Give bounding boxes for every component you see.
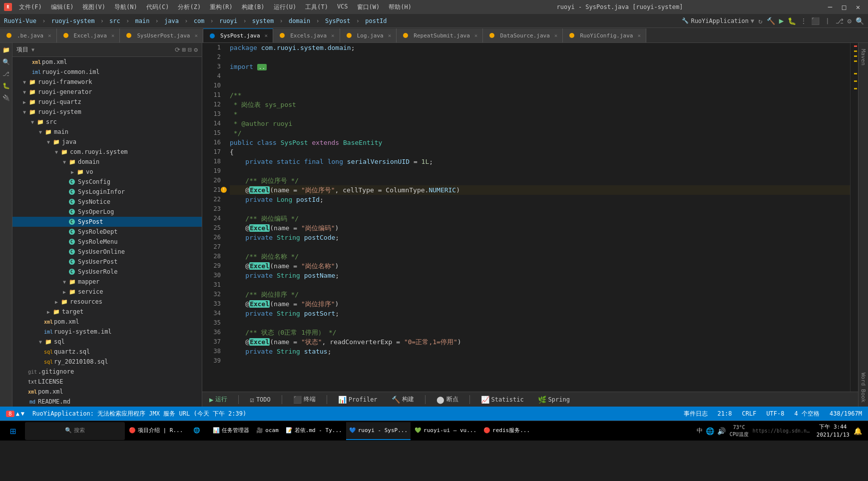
left-icon-4[interactable]: 🐛 bbox=[1, 81, 11, 91]
search-bar[interactable]: 🔍 搜索 bbox=[25, 422, 125, 440]
tree-item-pom-xml[interactable]: xmlpom.xml bbox=[12, 387, 202, 397]
stop-icon[interactable]: ⬛ bbox=[811, 17, 820, 25]
cursor-position[interactable]: 21:8 bbox=[716, 410, 734, 417]
run-icon[interactable]: ▶ bbox=[779, 16, 784, 25]
notification-area[interactable]: https://blog.sdn.net/qq_4... bbox=[753, 428, 813, 434]
menu-item-vcs[interactable]: VCS bbox=[333, 2, 352, 12]
tab-close-button[interactable]: × bbox=[554, 32, 558, 39]
tab-close-button[interactable]: × bbox=[331, 32, 335, 39]
maven-tab[interactable]: Maven bbox=[860, 45, 867, 69]
tree-item-readme-md[interactable]: mdREADME.md bbox=[12, 397, 202, 407]
breadcrumb-item-0[interactable]: RuoYi-Vue bbox=[4, 17, 36, 24]
tab-SysUserPost-java[interactable]: SysUserPost.java× bbox=[120, 28, 203, 42]
tab-close-button[interactable]: × bbox=[111, 32, 115, 39]
tree-item-ruoyi-quartz[interactable]: ▶📁ruoyi-quartz bbox=[12, 97, 202, 107]
tab-close-button[interactable]: × bbox=[637, 32, 641, 39]
run-button[interactable]: ▶ 运行 bbox=[206, 394, 230, 405]
tree-item-quartz-sql[interactable]: sqlquartz.sql bbox=[12, 347, 202, 357]
notification-icon[interactable]: 🔔 bbox=[854, 427, 862, 435]
taskbar-app-0[interactable]: 🔴项目介绍 | R... bbox=[126, 422, 186, 440]
tree-item-syspost[interactable]: CSysPost bbox=[12, 217, 202, 227]
tree-item-main[interactable]: ▼📁main bbox=[12, 127, 202, 137]
word-book-tab[interactable]: Word Book bbox=[860, 369, 867, 407]
tree-item-ruoyi-common-iml[interactable]: imlruoyi-common.iml bbox=[12, 67, 202, 77]
menu-item-构建[interactable]: 构建(B) bbox=[238, 2, 269, 12]
tree-item-mapper[interactable]: ▼📁mapper bbox=[12, 277, 202, 287]
tree-item-syslogininfor[interactable]: CSysLoginInfor bbox=[12, 187, 202, 197]
breadcrumb-item-6[interactable]: ruoyi bbox=[219, 17, 237, 24]
menu-item-重构[interactable]: 重构(R) bbox=[206, 2, 237, 12]
gear-icon[interactable]: ⚙ bbox=[194, 46, 198, 53]
start-button[interactable]: ⊞ bbox=[2, 422, 24, 440]
left-icon-3[interactable]: ⎇ bbox=[1, 69, 11, 79]
taskbar-app-4[interactable]: 📝若依.md - Ty... bbox=[283, 422, 345, 440]
tree-item-sysroledept[interactable]: CSysRoleDept bbox=[12, 227, 202, 237]
breadcrumb-item-8[interactable]: domain bbox=[289, 17, 310, 24]
menu-item-窗口[interactable]: 窗口(W) bbox=[353, 2, 384, 12]
breadcrumb-item-4[interactable]: java bbox=[164, 17, 179, 24]
taskbar-app-6[interactable]: 💚ruoyi-ui – vu... bbox=[412, 422, 479, 440]
build-button[interactable]: 🔨 构建 bbox=[389, 394, 417, 405]
expand-icon[interactable]: ⊞ bbox=[182, 46, 186, 53]
tree-item--gitignore[interactable]: git.gitignore bbox=[12, 367, 202, 377]
breadcrumb-item-5[interactable]: com bbox=[194, 17, 205, 24]
menu-item-分析[interactable]: 分析(Z) bbox=[174, 2, 205, 12]
tree-item-sysconfig[interactable]: CSysConfig bbox=[12, 177, 202, 187]
tab--be.java[interactable]: .be.java× bbox=[0, 28, 57, 42]
tab-SysPost-java[interactable]: SysPost.java× bbox=[203, 28, 273, 42]
tree-item-license[interactable]: txtLICENSE bbox=[12, 377, 202, 387]
menu-item-文件[interactable]: 文件(F) bbox=[15, 2, 46, 12]
collapse-icon[interactable]: ⊟ bbox=[188, 46, 192, 53]
tree-item-pom-xml[interactable]: xmlpom.xml bbox=[12, 317, 202, 327]
event-log[interactable]: 事件日志 bbox=[682, 410, 710, 418]
maximize-button[interactable]: □ bbox=[838, 1, 850, 13]
tree-item-src[interactable]: ▼📁src bbox=[12, 117, 202, 127]
settings-icon[interactable]: ⚙ bbox=[848, 17, 852, 25]
tree-item-ry_20210108-sql[interactable]: sqlry_20210108.sql bbox=[12, 357, 202, 367]
taskbar-app-3[interactable]: 🎥ocam bbox=[253, 422, 282, 440]
tab-Log-java[interactable]: Log.java× bbox=[340, 28, 397, 42]
breadcrumb-item-2[interactable]: src bbox=[109, 17, 120, 24]
tree-item-ruoyi-framework[interactable]: ▼📁ruoyi-framework bbox=[12, 77, 202, 87]
error-count[interactable]: 8 ▲ ▼ bbox=[4, 410, 26, 417]
close-button[interactable]: ✕ bbox=[852, 1, 864, 13]
network-icon[interactable]: 🌐 bbox=[706, 427, 714, 435]
code-content[interactable]: package com.ruoyi.system.domain;import .… bbox=[225, 43, 850, 392]
tree-item-sysuserpost[interactable]: CSysUserPost bbox=[12, 257, 202, 267]
file-encoding[interactable]: UTF-8 bbox=[764, 410, 786, 417]
taskbar-app-2[interactable]: 📊任务管理器 bbox=[210, 422, 252, 440]
menu-item-代码[interactable]: 代码(C) bbox=[142, 2, 173, 12]
menu-item-帮助[interactable]: 帮助(H) bbox=[385, 2, 416, 12]
statistic-button[interactable]: 📈 Statistic bbox=[478, 395, 527, 405]
tab-DataSource-java[interactable]: DataSource.java× bbox=[483, 28, 563, 42]
breadcrumb-item-3[interactable]: main bbox=[135, 17, 149, 24]
line-ending[interactable]: CRLF bbox=[740, 410, 758, 417]
breadcrumb-item-1[interactable]: ruoyi-system bbox=[51, 17, 95, 24]
profiler-button[interactable]: 📊 Profiler bbox=[335, 395, 381, 405]
breakpoints-button[interactable]: ⬤ 断点 bbox=[434, 394, 461, 405]
indent-setting[interactable]: 4 个空格 bbox=[793, 410, 822, 418]
tab-close-button[interactable]: × bbox=[474, 32, 478, 39]
tab-RepeatSubmit-java[interactable]: RepeatSubmit.java× bbox=[397, 28, 483, 42]
tree-item-java[interactable]: ▼📁java bbox=[12, 137, 202, 147]
sync-icon[interactable]: ⟳ bbox=[175, 46, 180, 53]
menu-item-编辑[interactable]: 编辑(E) bbox=[47, 2, 78, 12]
tab-RuoYiConfig-java[interactable]: RuoYiConfig.java× bbox=[563, 28, 646, 42]
tree-item-target[interactable]: ▶📁target bbox=[12, 307, 202, 317]
more-icon[interactable]: ⋮ bbox=[800, 17, 807, 25]
breadcrumb-item-10[interactable]: postId bbox=[365, 17, 387, 24]
tree-item-ruoyi-system[interactable]: ▼📁ruoyi-system bbox=[12, 107, 202, 117]
lang-indicator[interactable]: 中 bbox=[697, 427, 703, 435]
tab-close-button[interactable]: × bbox=[48, 32, 51, 39]
menu-item-视图[interactable]: 视图(V) bbox=[78, 2, 109, 12]
build-icon[interactable]: 🔨 bbox=[767, 17, 775, 25]
left-icon-5[interactable]: 🔌 bbox=[1, 93, 11, 103]
menu-item-工具[interactable]: 工具(T) bbox=[301, 2, 332, 12]
tree-item-sysoperlog[interactable]: CSysOperLog bbox=[12, 207, 202, 217]
git-icon[interactable]: ⎇ bbox=[836, 17, 844, 25]
tree-item-ruoyi-generator[interactable]: ▼📁ruoyi-generator bbox=[12, 87, 202, 97]
refresh-icon[interactable]: ↻ bbox=[758, 17, 762, 25]
tab-Excels-java[interactable]: Excels.java× bbox=[273, 28, 340, 42]
minimize-button[interactable]: ─ bbox=[824, 1, 836, 13]
tab-close-button[interactable]: × bbox=[265, 32, 268, 39]
